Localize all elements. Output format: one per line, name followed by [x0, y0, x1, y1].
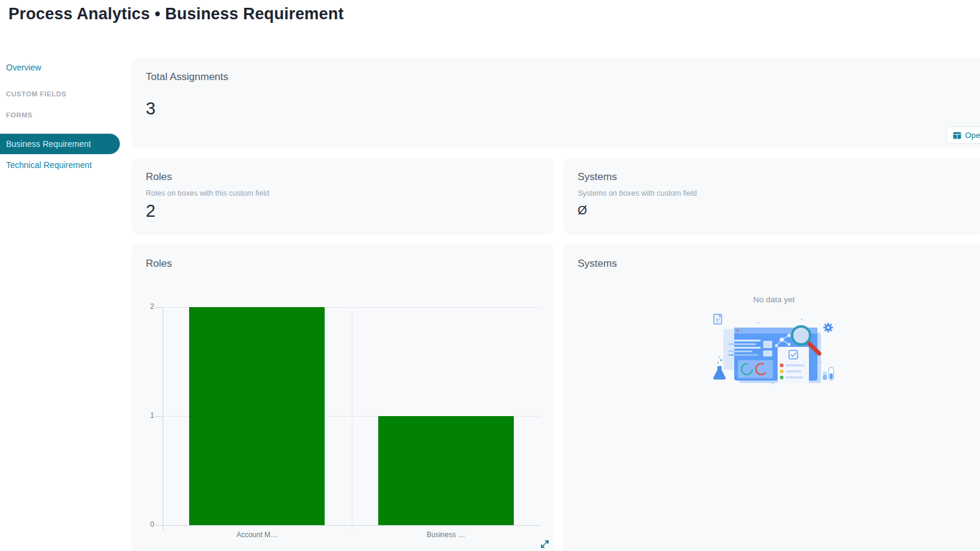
test-tubes-icon: [823, 367, 834, 380]
sidebar-item-technical-requirement[interactable]: Technical Requirement: [0, 160, 92, 170]
sidebar-section-forms: FORMS: [0, 111, 33, 119]
x-axis-label: Business …: [352, 531, 541, 539]
y-tick-label: 2: [137, 302, 154, 311]
y-tick-label: 0: [137, 520, 154, 529]
x-axis-label: Account M…: [163, 531, 352, 539]
table-icon: [953, 132, 961, 139]
card-title: Total Assignments: [146, 71, 228, 83]
card-title: Systems: [578, 258, 617, 270]
page-title: Process Analytics • Business Requirement: [8, 5, 344, 23]
main-content: Total Assignments 3 Open Roles Roles on …: [131, 58, 980, 551]
open-button-label: Open: [965, 131, 980, 140]
gear-icon: [823, 323, 833, 332]
roles-stat-value: 2: [146, 201, 155, 221]
systems-stat-card: Systems Systems on boxes with custom fie…: [563, 158, 980, 235]
sidebar-item-overview[interactable]: Overview: [0, 63, 41, 72]
sidebar-section-custom-fields: CUSTOM FIELDS: [0, 90, 66, 98]
roles-chart-card: Roles 012Account M…Business …: [131, 244, 554, 551]
roles-stat-card: Roles Roles on boxes with this custom fi…: [131, 158, 554, 235]
card-title: Roles: [146, 171, 172, 183]
document-icon: [714, 314, 722, 324]
roles-bar-chart: 012Account M…Business …: [163, 307, 540, 525]
category-separator: [352, 307, 352, 532]
bar-2: [378, 416, 514, 525]
y-tick-label: 1: [137, 411, 154, 420]
systems-chart-card: Systems No data yet: [563, 244, 980, 551]
systems-stat-value: Ø: [578, 204, 587, 217]
app-window: Process Analytics • Business Requirement…: [0, 0, 980, 551]
total-assignments-card: Total Assignments 3 Open: [131, 58, 980, 148]
y-axis-tick: [155, 416, 163, 417]
card-title: Roles: [146, 258, 172, 270]
no-data-illustration: [710, 312, 838, 389]
y-axis-tick: [155, 307, 163, 308]
total-assignments-value: 3: [146, 99, 155, 119]
expand-arrows-icon[interactable]: [541, 540, 549, 548]
sidebar: Overview CUSTOM FIELDS FORMS Business Re…: [0, 58, 120, 479]
open-button[interactable]: Open: [946, 126, 980, 144]
bar-1: [189, 307, 325, 525]
empty-state-text: No data yet: [563, 295, 980, 304]
sidebar-item-business-requirement[interactable]: Business Requirement: [0, 134, 120, 154]
card-title: Systems: [578, 171, 617, 183]
card-subtitle: Roles on boxes with this custom field: [146, 189, 269, 198]
card-subtitle: Systems on boxes with custom field: [578, 189, 697, 198]
y-axis-tick: [155, 525, 163, 526]
